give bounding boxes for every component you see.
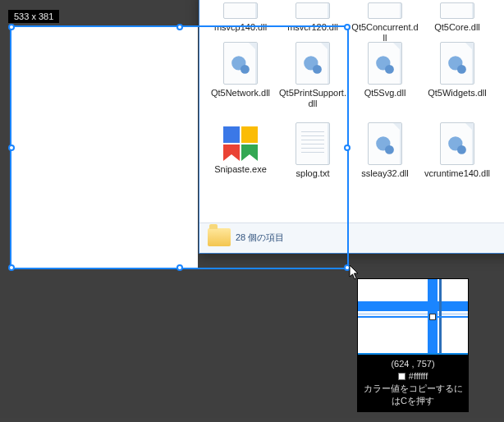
- file-item[interactable]: ssleay32.dll: [349, 119, 421, 200]
- dll-icon: [368, 42, 402, 85]
- file-item[interactable]: vcruntime140.dll: [421, 119, 493, 200]
- dll-icon: [440, 42, 474, 85]
- resize-handle[interactable]: [344, 144, 351, 151]
- coordinates-label: (624 , 757): [361, 358, 465, 370]
- gear-icon: [447, 54, 468, 76]
- dll-icon: [368, 2, 402, 19]
- resize-handle[interactable]: [344, 24, 351, 30]
- gear-icon: [374, 135, 396, 156]
- file-label: ssleay32.dll: [349, 168, 421, 179]
- file-item[interactable]: Qt5Widgets.dll: [421, 39, 493, 119]
- gear-icon: [374, 54, 396, 76]
- resize-handle[interactable]: [344, 264, 351, 271]
- svg-point-9: [385, 145, 394, 154]
- svg-point-11: [457, 145, 466, 154]
- gear-icon: [447, 135, 468, 156]
- color-value: #ffffff: [361, 370, 465, 383]
- dll-icon: [440, 2, 474, 19]
- file-item[interactable]: Qt5Concurrent.dll: [349, 0, 421, 39]
- resize-handle[interactable]: [8, 144, 15, 151]
- resize-handle[interactable]: [176, 264, 183, 271]
- center-pixel: [429, 314, 436, 320]
- resize-handle[interactable]: [8, 24, 15, 30]
- pixel-inspector: (624 , 757) #ffffff カラー値をコピーするにはCを押す: [357, 278, 469, 412]
- selection-rectangle[interactable]: [10, 25, 349, 269]
- dll-icon: [296, 2, 330, 19]
- selection-size-badge: 533 x 381: [8, 10, 59, 23]
- file-item[interactable]: Qt5Svg.dll: [349, 39, 421, 119]
- file-item[interactable]: Qt5Core.dll: [421, 0, 493, 39]
- svg-point-5: [385, 65, 394, 74]
- dll-icon: [440, 122, 474, 165]
- svg-point-7: [457, 65, 466, 74]
- file-label: Qt5Core.dll: [421, 22, 493, 33]
- file-label: Qt5Svg.dll: [349, 88, 421, 99]
- dll-icon: [223, 2, 258, 19]
- file-label: vcruntime140.dll: [421, 168, 493, 179]
- color-swatch: [398, 373, 405, 380]
- copy-hint: カラー値をコピーするにはCを押す: [361, 383, 465, 407]
- resize-handle[interactable]: [176, 24, 183, 30]
- magnifier: [358, 279, 468, 355]
- dll-icon: [368, 122, 402, 165]
- resize-handle[interactable]: [8, 264, 15, 271]
- selection-fill: [11, 27, 198, 268]
- file-label: Qt5Widgets.dll: [421, 88, 493, 99]
